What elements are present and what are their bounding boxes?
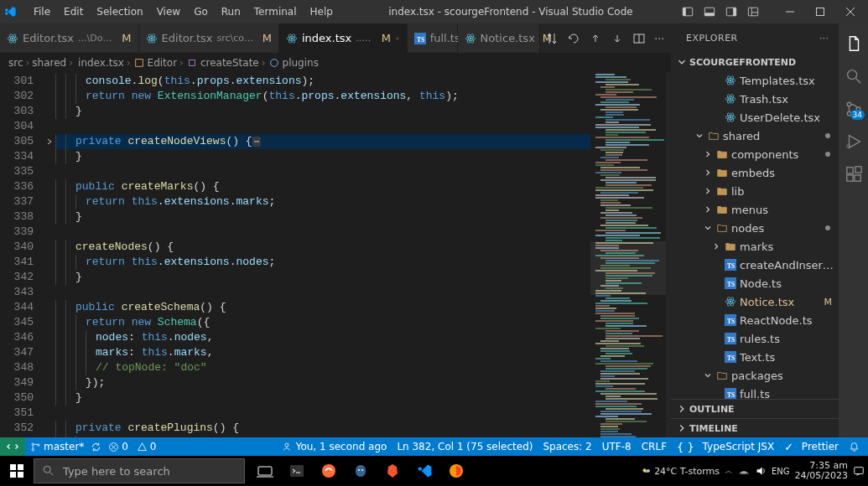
more-icon[interactable]: ⋯ [819, 33, 830, 44]
breadcrumb-item[interactable]: src [8, 57, 23, 69]
tree-item-lib[interactable]: lib [671, 182, 839, 200]
tree-item-menus[interactable]: menus [671, 200, 839, 219]
tree-item-rules.ts[interactable]: TSrules.ts [671, 329, 839, 348]
brave-app-icon[interactable] [377, 456, 408, 486]
explorer-icon[interactable] [839, 28, 868, 58]
remote-button[interactable] [0, 437, 25, 456]
tree-item-Templates.tsx[interactable]: Templates.tsx [671, 71, 839, 90]
weather-widget[interactable]: 24°C T-storms [641, 466, 720, 477]
split-editor-icon[interactable] [632, 32, 646, 45]
tab-index-tsx[interactable]: index.tsx...\sharedM [279, 23, 408, 53]
layout-panel-icon[interactable] [704, 6, 725, 18]
menu-help[interactable]: Help [304, 3, 340, 21]
minimap[interactable] [590, 72, 671, 437]
tree-item-marks[interactable]: marks [671, 237, 839, 256]
extensions-icon[interactable] [839, 159, 868, 189]
tree-item-UserDelete.tsx[interactable]: UserDelete.tsx [671, 108, 839, 127]
svg-point-44 [730, 98, 731, 100]
layout-sidebar-right-icon[interactable] [725, 6, 747, 18]
cursor-position[interactable]: Ln 382, Col 1 (75 selected) [397, 441, 533, 452]
tab-Editor-tsx[interactable]: Editor.tsxsrc\componentsM [139, 23, 279, 53]
layout-sidebar-left-icon[interactable] [682, 6, 704, 18]
close-icon[interactable] [395, 33, 400, 44]
prev-change-icon[interactable] [589, 32, 602, 45]
section-outline[interactable]: OUTLINE [671, 399, 839, 418]
tree-item-Text.ts[interactable]: TSText.ts [671, 348, 839, 366]
menu-view[interactable]: View [150, 3, 187, 21]
pgadmin-app-icon[interactable] [346, 456, 376, 486]
tray-language[interactable]: ENG [772, 467, 790, 476]
tree-item-Node.ts[interactable]: TSNode.ts [671, 274, 839, 292]
revert-icon[interactable] [567, 32, 580, 45]
explorer-sidebar: EXPLORER ⋯ SCOURGEFRONTEND Templates.tsx… [671, 23, 839, 437]
breadcrumb-item[interactable]: Editor [133, 57, 178, 69]
fold-icon[interactable] [45, 137, 54, 146]
encoding[interactable]: UTF-8 [602, 441, 632, 452]
next-change-icon[interactable] [611, 32, 624, 45]
tree-item-nodes[interactable]: nodes [671, 219, 839, 237]
maximize-button[interactable] [806, 0, 834, 23]
svg-rect-10 [817, 8, 824, 16]
tab-Notice-tsx[interactable]: Notice.tsxM [458, 23, 540, 53]
notifications-icon[interactable] [849, 442, 860, 452]
menu-terminal[interactable]: Terminal [247, 3, 304, 21]
tree-item-embeds[interactable]: embeds [671, 163, 839, 182]
titlebar: FileEditSelectionViewGoRunTerminalHelp i… [0, 0, 868, 23]
tab-full-ts[interactable]: TSfull.ts [408, 23, 458, 53]
code-editor[interactable]: 3013023033043053343353363373383393403413… [0, 72, 671, 437]
taskbar-search[interactable]: Type here to search [34, 458, 245, 483]
menu-run[interactable]: Run [215, 3, 247, 21]
indentation[interactable]: Spaces: 2 [543, 441, 591, 452]
menu-go[interactable]: Go [187, 3, 215, 21]
svg-point-109 [361, 469, 363, 471]
postman-app-icon[interactable] [314, 456, 344, 486]
tray-clock[interactable]: 7:35 am 24/05/2023 [795, 461, 848, 481]
tree-item-Trash.tsx[interactable]: Trash.tsx [671, 90, 839, 108]
search-icon[interactable] [839, 61, 868, 90]
terminal-app-icon[interactable] [282, 456, 312, 486]
tree-item-packages[interactable]: packages [671, 366, 839, 385]
minimap-viewport[interactable] [590, 241, 666, 295]
tray-volume-icon[interactable] [755, 465, 767, 477]
breadcrumb-item[interactable]: plugins [268, 57, 319, 69]
language-mode[interactable]: { } TypeScript JSX [677, 441, 774, 453]
menu-edit[interactable]: Edit [57, 3, 90, 21]
debug-icon[interactable] [839, 127, 868, 156]
tree-item-components[interactable]: components [671, 145, 839, 163]
project-header[interactable]: SCOURGEFRONTEND [671, 53, 839, 71]
start-button[interactable] [0, 456, 34, 486]
breadcrumb-item[interactable]: createState [186, 57, 259, 69]
source-control-icon[interactable]: 34 [839, 94, 868, 123]
eol[interactable]: CRLF [642, 441, 667, 452]
tree-item-Notice.tsx[interactable]: Notice.tsxM [671, 292, 839, 311]
sync-button[interactable] [91, 442, 101, 452]
tree-item-createAndInsertLink.ts[interactable]: TScreateAndInsertLink.ts [671, 256, 839, 274]
more-icon[interactable]: ⋯ [654, 33, 666, 44]
close-button[interactable] [836, 0, 865, 23]
git-blame[interactable]: You, 1 second ago [283, 441, 387, 452]
tray-network-icon[interactable] [738, 465, 750, 477]
problems[interactable]: 0 0 [108, 441, 156, 452]
menu-file[interactable]: File [27, 3, 57, 21]
svg-point-40 [730, 80, 731, 81]
breadcrumbs[interactable]: src›shared›index.tsx›Editor›createState›… [0, 54, 671, 72]
tree-item-shared[interactable]: shared [671, 127, 839, 145]
task-view-icon[interactable] [250, 456, 280, 486]
breadcrumb-item[interactable]: shared [32, 57, 66, 69]
breadcrumb-item[interactable]: index.tsx [75, 57, 124, 69]
tab-Editor-tsx[interactable]: Editor.tsx...\Document\...M [0, 23, 139, 53]
git-branch[interactable]: master* [30, 441, 84, 452]
tree-item-ReactNode.ts[interactable]: TSReactNode.ts [671, 311, 839, 329]
activitybar: 34 [839, 23, 868, 437]
compare-icon[interactable] [545, 32, 559, 45]
tree-item-full.ts[interactable]: TSfull.ts [671, 385, 839, 399]
vscode-app-icon[interactable] [409, 456, 439, 486]
section-timeline[interactable]: TIMELINE [671, 418, 839, 437]
tray-notifications-icon[interactable] [853, 465, 865, 477]
layout-customize-icon[interactable] [747, 6, 769, 18]
minimize-button[interactable] [776, 0, 804, 23]
firefox-app-icon[interactable] [441, 456, 471, 486]
tray-chevron-icon[interactable]: ︿ [725, 465, 733, 477]
menu-selection[interactable]: Selection [90, 3, 149, 21]
prettier-status[interactable]: ✓ Prettier [784, 441, 839, 453]
